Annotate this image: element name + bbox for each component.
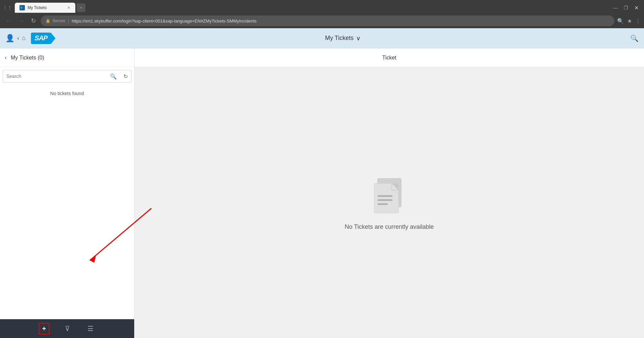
right-panel-content: No Tickets are currently available (135, 67, 644, 338)
panel-back-button[interactable]: ‹ (5, 54, 7, 61)
sap-app-header: 👤 ‹ ⌂ SAP My Tickets ∨ 🔍 (0, 28, 644, 48)
tab-title: My Tickets (28, 5, 64, 10)
secure-label: Secure (52, 18, 65, 23)
svg-rect-7 (378, 199, 392, 201)
address-bar[interactable]: 🔒 Secure | https://sm1.skybuffer.com/log… (41, 15, 614, 26)
right-panel-header: Ticket (135, 48, 644, 67)
sap-back-button[interactable]: ‹ (17, 35, 19, 42)
left-panel-footer: + ⊽ ☰ (0, 319, 134, 338)
right-panel-title: Ticket (382, 55, 396, 61)
main-content: ‹ My Tickets (0) 🔍 ↻ No tickets found + … (0, 48, 644, 338)
empty-state-message: No Tickets are currently available (345, 223, 434, 230)
url-separator: | (68, 18, 69, 23)
tab-favicon: T (20, 5, 25, 10)
left-panel-content (0, 101, 134, 319)
lock-icon: 🔒 (45, 18, 50, 23)
browser-tabs-bar: ⋮⋮ T My Tickets × ▪ — ❐ ✕ (0, 0, 644, 13)
svg-rect-4 (374, 183, 399, 213)
refresh-icon[interactable]: ↻ (120, 71, 131, 82)
right-panel: Ticket (135, 48, 644, 338)
browser-action-buttons: 🔍 ★ ⋮ (617, 18, 641, 24)
search-bar: 🔍 ↻ (3, 70, 131, 83)
svg-rect-8 (378, 203, 388, 205)
panel-title: My Tickets (0) (11, 55, 44, 61)
tab-close-button[interactable]: × (67, 5, 71, 10)
browser-search-icon[interactable]: 🔍 (617, 18, 624, 24)
search-input[interactable] (3, 74, 107, 79)
tab-menu-icon[interactable]: ⋮⋮ (3, 5, 12, 10)
sap-logo-shape: SAP (31, 33, 51, 44)
browser-menu-icon[interactable]: ⋮ (635, 18, 641, 24)
svg-text:T: T (21, 6, 23, 10)
address-bar-row: ← → ↻ 🔒 Secure | https://sm1.skybuffer.c… (0, 13, 644, 28)
no-tickets-message: No tickets found (0, 85, 134, 101)
sap-home-button[interactable]: ⌂ (22, 35, 26, 42)
url-text: https://sm1.skybuffer.com/login?sap-clie… (72, 18, 610, 24)
app-title-chevron[interactable]: ∨ (356, 35, 361, 42)
restore-button[interactable]: ❐ (624, 5, 628, 10)
window-controls: — ❐ ✕ (613, 5, 641, 11)
reload-button[interactable]: ↻ (29, 16, 38, 25)
bookmark-icon[interactable]: ★ (627, 18, 632, 24)
left-panel-header: ‹ My Tickets (0) (0, 48, 134, 67)
sap-search-icon[interactable]: 🔍 (630, 34, 639, 42)
svg-rect-6 (378, 195, 392, 197)
app-title: My Tickets ∨ (55, 35, 630, 42)
left-panel: ‹ My Tickets (0) 🔍 ↻ No tickets found + … (0, 48, 135, 338)
user-icon[interactable]: 👤 (5, 34, 14, 43)
empty-state-icon (371, 175, 408, 215)
close-window-button[interactable]: ✕ (634, 5, 639, 11)
list-button[interactable]: ☰ (85, 323, 96, 335)
search-icon[interactable]: 🔍 (107, 71, 120, 82)
minimize-button[interactable]: — (613, 5, 618, 10)
back-nav-button[interactable]: ← (3, 17, 13, 25)
active-tab[interactable]: T My Tickets × (15, 3, 75, 13)
sap-logo: SAP (31, 33, 55, 44)
app-title-text: My Tickets (325, 35, 353, 42)
forward-nav-button[interactable]: → (16, 17, 26, 25)
add-ticket-button[interactable]: + (39, 323, 49, 335)
new-tab-button[interactable]: ▪ (77, 3, 85, 12)
filter-button[interactable]: ⊽ (63, 323, 72, 335)
sap-logo-triangle (51, 33, 55, 44)
